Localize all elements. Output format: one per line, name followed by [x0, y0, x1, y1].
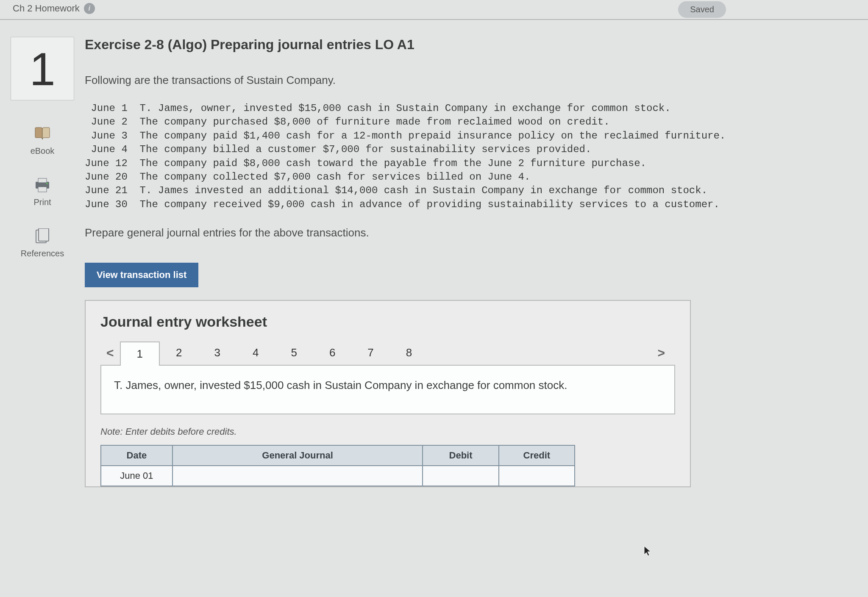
entry-tab-2[interactable]: 2 [160, 341, 198, 364]
prev-entry-chevron-icon[interactable]: < [100, 342, 120, 364]
intro-text: Following are the transactions of Sustai… [85, 74, 851, 87]
entry-tab-8[interactable]: 8 [390, 341, 428, 364]
view-transaction-list-button[interactable]: View transaction list [85, 263, 198, 287]
print-label: Print [33, 197, 51, 207]
account-cell[interactable] [172, 466, 423, 486]
references-label: References [21, 249, 64, 258]
col-header-date: Date [101, 445, 172, 466]
question-number-box[interactable]: 1 [11, 37, 74, 100]
entry-tabs: < 1 2 3 4 5 6 7 8 > [100, 341, 675, 365]
next-entry-chevron-icon[interactable]: > [651, 342, 671, 364]
date-cell[interactable]: June 01 [101, 466, 172, 486]
svg-point-3 [46, 183, 48, 184]
main-content: Exercise 2-8 (Algo) Preparing journal en… [85, 37, 868, 487]
worksheet-title: Journal entry worksheet [100, 314, 675, 330]
book-icon [33, 126, 51, 142]
svg-rect-1 [38, 178, 47, 183]
header-bar: Ch 2 Homework i [0, 0, 868, 17]
references-icon [33, 228, 51, 244]
journal-worksheet: Journal entry worksheet < 1 2 3 4 5 6 7 … [85, 300, 691, 487]
entry-description: T. James, owner, invested $15,000 cash i… [100, 365, 675, 414]
instruction-text: Prepare general journal entries for the … [85, 226, 851, 239]
debit-cell[interactable] [423, 466, 498, 486]
svg-rect-2 [38, 187, 47, 192]
col-header-debit: Debit [423, 445, 498, 466]
entry-tab-7[interactable]: 7 [351, 341, 389, 364]
note-text: Note: Enter debits before credits. [100, 426, 675, 437]
transactions-list: June 1 T. James, owner, invested $15,000… [85, 102, 851, 211]
journal-table: Date General Journal Debit Credit June 0… [100, 445, 575, 486]
entry-tab-3[interactable]: 3 [198, 341, 236, 364]
info-icon[interactable]: i [84, 3, 95, 14]
print-button[interactable]: Print [33, 177, 51, 207]
col-header-credit: Credit [499, 445, 575, 466]
entry-tab-5[interactable]: 5 [275, 341, 313, 364]
svg-rect-5 [39, 228, 49, 241]
col-header-general-journal: General Journal [172, 445, 423, 466]
entry-tab-6[interactable]: 6 [313, 341, 351, 364]
ebook-label: eBook [31, 146, 55, 156]
cursor-icon [643, 545, 652, 559]
saved-badge: Saved [678, 1, 726, 18]
entry-tab-4[interactable]: 4 [236, 341, 275, 364]
printer-icon [33, 177, 51, 193]
ebook-button[interactable]: eBook [31, 126, 55, 156]
assignment-title: Ch 2 Homework [13, 3, 80, 14]
entry-tab-1[interactable]: 1 [120, 342, 160, 366]
exercise-title: Exercise 2-8 (Algo) Preparing journal en… [85, 37, 851, 53]
credit-cell[interactable] [499, 466, 575, 486]
left-rail: 1 eBook Print [0, 37, 85, 487]
references-button[interactable]: References [21, 228, 64, 258]
table-row: June 01 [101, 466, 575, 486]
